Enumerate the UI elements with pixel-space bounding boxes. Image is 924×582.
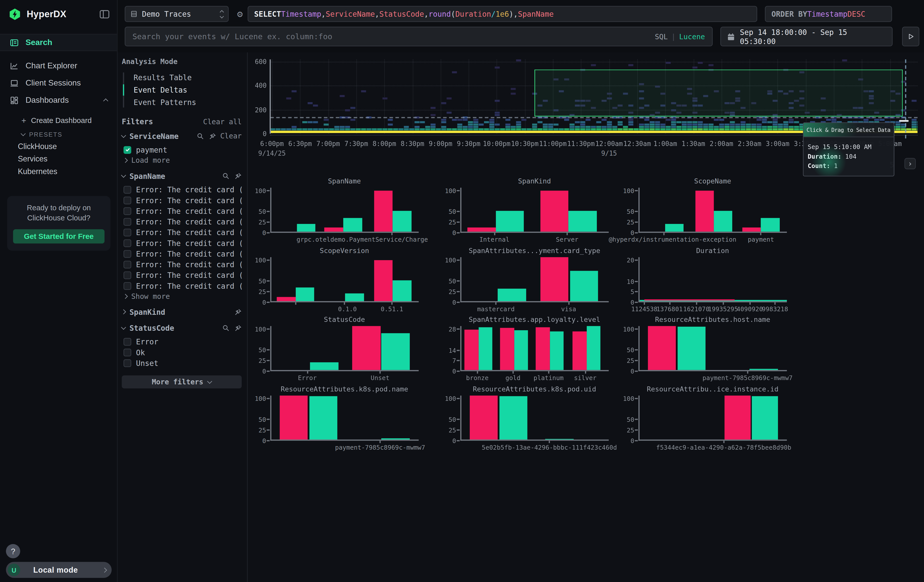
bar[interactable] (470, 396, 498, 440)
checkbox-icon[interactable] (124, 260, 131, 268)
sql-toggle[interactable]: SQL (655, 32, 668, 41)
bar[interactable] (374, 191, 393, 232)
more-filters-button[interactable]: More filters (122, 375, 242, 388)
search-icon[interactable] (222, 324, 230, 332)
bar[interactable] (324, 228, 343, 232)
sidebar-item-kubernetes[interactable]: Kubernetes (0, 165, 117, 178)
sql-select-input[interactable]: SELECT Timestamp, ServiceName, StatusCod… (248, 6, 757, 22)
load-more-button[interactable]: Load more (122, 155, 242, 166)
filter-option[interactable]: Error: The credit card (… (122, 206, 242, 216)
filter-option[interactable]: Error: The credit card (… (122, 216, 242, 227)
sidebar-item-chart-explorer[interactable]: Chart Explorer (0, 57, 117, 74)
checkbox-icon[interactable] (124, 338, 131, 345)
bar[interactable] (724, 396, 751, 440)
bar[interactable] (393, 211, 411, 232)
lucene-search-input[interactable]: Search your events w/ Lucene ex. column:… (125, 27, 713, 46)
presets-toggle[interactable]: PRESETS (0, 128, 117, 140)
pin-icon[interactable] (234, 324, 242, 332)
search-icon[interactable] (222, 172, 230, 180)
run-query-button[interactable] (902, 27, 919, 46)
bar[interactable] (742, 228, 761, 232)
bar[interactable] (761, 218, 780, 232)
analysis-mode-option[interactable]: Event Deltas (129, 84, 242, 96)
filter-option[interactable]: Error: The credit card (… (122, 237, 242, 248)
filter-option[interactable]: Error: The credit card (… (122, 195, 242, 206)
bar[interactable] (648, 326, 676, 370)
checkbox-icon[interactable] (124, 250, 131, 257)
lucene-toggle[interactable]: Lucene (679, 32, 705, 41)
bar[interactable] (568, 211, 596, 232)
bar[interactable] (393, 280, 411, 301)
checkbox-icon[interactable] (124, 186, 131, 194)
bar[interactable] (381, 439, 409, 440)
bar[interactable] (545, 439, 573, 440)
bar[interactable] (498, 289, 526, 301)
sidebar-item-dashboards[interactable]: Dashboards (0, 91, 117, 109)
bar[interactable] (586, 326, 601, 370)
filter-section-header-servicename[interactable]: ServiceNameClear (122, 130, 242, 142)
bar[interactable] (496, 211, 524, 232)
checkbox-icon[interactable] (124, 348, 131, 356)
bar[interactable] (381, 333, 409, 370)
search-icon[interactable] (196, 132, 205, 140)
bar[interactable] (343, 218, 362, 232)
checkbox-icon[interactable] (124, 282, 131, 290)
filter-section-header-spankind[interactable]: SpanKind (122, 306, 242, 318)
bar[interactable] (749, 369, 777, 370)
create-dashboard-button[interactable]: + Create Dashboard (0, 114, 117, 127)
checkbox-icon[interactable] (124, 207, 131, 215)
analysis-mode-option[interactable]: Results Table (129, 71, 242, 84)
date-range-picker[interactable]: Sep 14 18:00:00 - Sep 15 05:30:00 (720, 27, 893, 46)
bar[interactable] (465, 330, 478, 370)
bar[interactable] (345, 293, 364, 301)
query-language-toggle[interactable]: SQL | Lucene (655, 32, 705, 41)
bar[interactable] (352, 326, 380, 370)
filter-option[interactable]: Error: The credit card (… (122, 184, 242, 195)
bar[interactable] (309, 396, 337, 440)
pin-icon[interactable] (234, 172, 242, 180)
checkbox-icon[interactable] (124, 359, 131, 367)
filter-section-header-spanname[interactable]: SpanName (122, 170, 242, 182)
bar[interactable] (499, 396, 527, 440)
checkbox-icon[interactable] (124, 271, 131, 279)
sidebar-item-search[interactable]: Search (0, 34, 117, 51)
bar[interactable] (467, 228, 495, 232)
bar[interactable] (478, 327, 492, 370)
help-button[interactable]: ? (6, 544, 20, 558)
checkbox-icon[interactable] (124, 228, 131, 236)
checkbox-icon[interactable] (124, 196, 131, 204)
bar[interactable] (570, 271, 598, 301)
bar[interactable] (277, 297, 295, 301)
bar[interactable] (374, 260, 393, 301)
bar[interactable] (297, 224, 315, 232)
bar[interactable] (665, 224, 684, 232)
checkbox-icon[interactable] (124, 146, 131, 153)
bar[interactable] (310, 362, 338, 370)
bar[interactable] (280, 396, 308, 440)
filter-option[interactable]: Ok (122, 347, 242, 358)
sidebar-item-clickhouse[interactable]: ClickHouse (0, 140, 117, 153)
filter-option[interactable]: Error: The credit card (… (122, 259, 242, 269)
settings-gear-icon[interactable]: ⚙ (233, 6, 247, 22)
show-more-button[interactable]: Show more (122, 291, 242, 302)
filter-section-header-statuscode[interactable]: StatusCode (122, 322, 242, 334)
bar[interactable] (550, 332, 564, 370)
bar[interactable] (295, 288, 314, 301)
source-select[interactable]: Demo Traces (125, 6, 229, 22)
sidebar-item-services[interactable]: Services (0, 153, 117, 165)
bar[interactable] (714, 211, 732, 232)
bar[interactable] (678, 326, 706, 370)
local-mode-button[interactable]: U Local mode (6, 562, 112, 578)
clear-filter-button[interactable]: Clear (220, 132, 242, 140)
filter-option[interactable]: Error (122, 336, 242, 347)
analysis-mode-option[interactable]: Event Patterns (129, 96, 242, 109)
bar[interactable] (540, 191, 568, 232)
checkbox-icon[interactable] (124, 218, 131, 226)
get-started-button[interactable]: Get Started for Free (13, 229, 104, 244)
pin-icon[interactable] (234, 308, 242, 316)
clear-all-button[interactable]: Clear all (203, 117, 242, 126)
filter-option[interactable]: Error: The credit card (… (122, 270, 242, 280)
next-page-button[interactable]: › (904, 158, 916, 169)
filter-option[interactable]: Error: The credit card (… (122, 280, 242, 291)
bar[interactable] (540, 257, 568, 301)
